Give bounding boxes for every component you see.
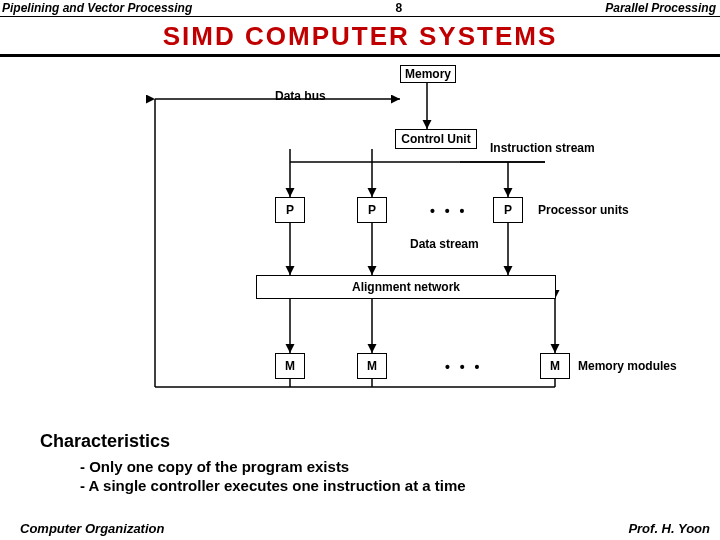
footer: Computer Organization Prof. H. Yoon	[0, 521, 720, 536]
characteristics-list: - Only one copy of the program exists - …	[0, 456, 720, 496]
memory-modules-label: Memory modules	[578, 359, 677, 373]
slide-title: SIMD COMPUTER SYSTEMS	[0, 17, 720, 54]
control-unit-box: Control Unit	[395, 129, 477, 149]
footer-right: Prof. H. Yoon	[628, 521, 710, 536]
processor-units-label: Processor units	[538, 203, 629, 217]
memory-m1: M	[275, 353, 305, 379]
processor-dots: • • •	[430, 203, 467, 219]
simd-diagram: Memory Data bus Control Unit Instruction…	[0, 57, 720, 427]
page-number: 8	[389, 1, 409, 15]
alignment-network-box: Alignment network	[256, 275, 556, 299]
instruction-stream-label: Instruction stream	[490, 141, 595, 155]
bullet-1: - Only one copy of the program exists	[80, 458, 720, 477]
top-header: Pipelining and Vector Processing 8 Paral…	[0, 0, 720, 17]
memory-box: Memory	[400, 65, 456, 83]
memory-m2: M	[357, 353, 387, 379]
header-right: Parallel Processing	[605, 1, 716, 15]
characteristics-heading: Characteristics	[0, 427, 720, 456]
memory-dots: • • •	[445, 359, 482, 375]
processor-p2: P	[357, 197, 387, 223]
data-stream-label: Data stream	[410, 237, 479, 251]
databus-label: Data bus	[275, 89, 326, 103]
processor-p1: P	[275, 197, 305, 223]
bullet-2: - A single controller executes one instr…	[80, 477, 720, 496]
header-left: Pipelining and Vector Processing	[2, 1, 192, 15]
processor-pn: P	[493, 197, 523, 223]
memory-mn: M	[540, 353, 570, 379]
footer-left: Computer Organization	[20, 521, 164, 536]
